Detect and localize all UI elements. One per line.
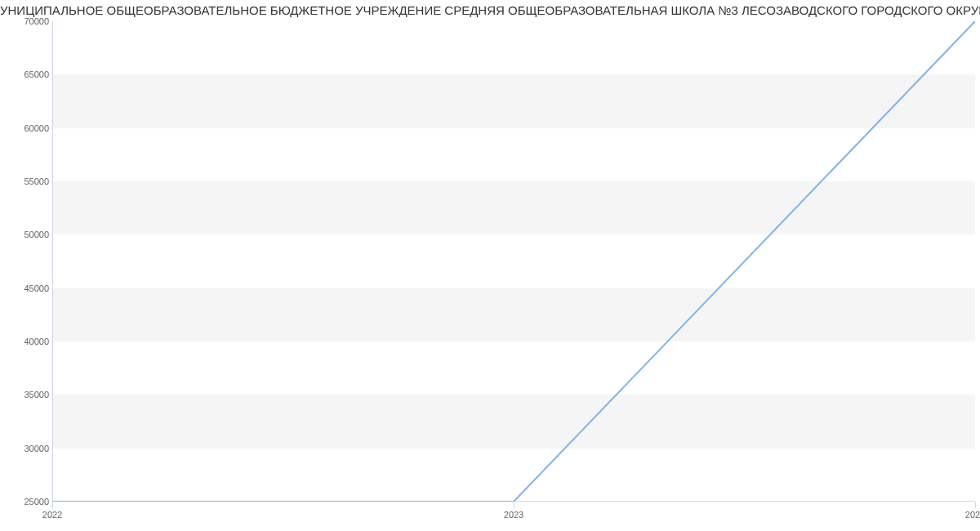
grid-band — [52, 74, 975, 127]
x-tick-label: 2023 — [504, 510, 523, 520]
x-tick — [52, 502, 53, 508]
y-tick-label: 70000 — [24, 16, 49, 26]
plot-area — [52, 21, 975, 502]
y-tick-label: 25000 — [24, 497, 49, 506]
x-tick-label: 2024 — [965, 510, 980, 520]
y-tick-label: 45000 — [24, 283, 49, 293]
grid-band — [52, 395, 975, 448]
grid-band — [52, 288, 975, 341]
y-tick-label: 35000 — [24, 390, 49, 399]
y-axis-line — [52, 21, 53, 502]
chart-container: УНИЦИПАЛЬНОЕ ОБЩЕОБРАЗОВАТЕЛЬНОЕ БЮДЖЕТН… — [0, 0, 980, 531]
chart-title: УНИЦИПАЛЬНОЕ ОБЩЕОБРАЗОВАТЕЛЬНОЕ БЮДЖЕТН… — [0, 0, 980, 20]
grid-band — [52, 181, 975, 234]
y-tick-label: 55000 — [24, 176, 49, 186]
y-tick-label: 30000 — [24, 444, 49, 453]
y-tick-label: 65000 — [24, 69, 49, 79]
x-tick — [514, 502, 514, 508]
y-tick-label: 50000 — [24, 230, 49, 239]
x-tick-label: 2022 — [42, 510, 62, 520]
y-tick-label: 40000 — [24, 337, 49, 346]
y-tick-label: 60000 — [24, 123, 49, 133]
x-tick — [975, 502, 976, 508]
